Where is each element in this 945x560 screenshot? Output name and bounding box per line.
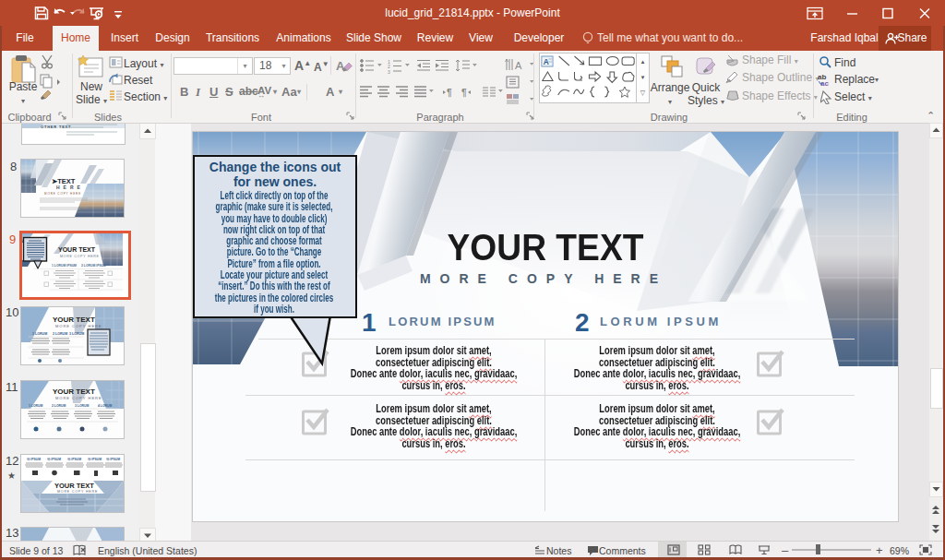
svg-text:A: A [515,60,522,71]
svg-text:1 LORUM: 1 LORUM [32,332,47,336]
svg-text:3: 3 [388,69,390,75]
svg-text:YOUR TEXT: YOUR TEXT [54,482,94,490]
svg-text:YOUR TEXT: YOUR TEXT [53,387,95,396]
svg-text:1 LORUM IPSUM: 1 LORUM IPSUM [52,264,77,268]
svg-text:H E R E: H E R E [56,185,81,190]
svg-text:MORE COPY HERE: MORE COPY HERE [60,255,100,258]
svg-text:⦿ IPSUM: ⦿ IPSUM [106,457,120,461]
svg-text:¶: ¶ [447,88,452,98]
svg-text:OTHER TEXT: OTHER TEXT [41,125,71,129]
svg-text:¶: ¶ [461,88,467,98]
svg-text:MORE COPY HERE: MORE COPY HERE [55,324,102,328]
svg-text:⦿ IPSUM: ⦿ IPSUM [47,457,61,461]
svg-text:⦿ IPSUM: ⦿ IPSUM [67,457,81,461]
svg-text:2 LORUM IPSUM: 2 LORUM IPSUM [81,264,106,268]
svg-text:1 LORUM: 1 LORUM [29,404,42,408]
svg-text:MORE COPY HERE: MORE COPY HERE [57,490,98,494]
svg-text:YOUR TEXT: YOUR TEXT [53,316,95,324]
svg-text:⦿ IPSUM: ⦿ IPSUM [88,457,102,461]
svg-text:MORE COPY HERE: MORE COPY HERE [55,396,102,400]
svg-text:MORE COPY HERE: MORE COPY HERE [44,192,81,196]
svg-text:4 LORUM: 4 LORUM [98,404,112,408]
svg-text:2 LORUM: 2 LORUM [53,332,67,336]
svg-text:2 LORUM: 2 LORUM [52,404,66,408]
svg-text:3 LORUM: 3 LORUM [69,332,84,336]
svg-text:YOUR TEXT: YOUR TEXT [58,246,96,253]
svg-text:⦿ IPSUM: ⦿ IPSUM [27,457,41,461]
svg-text:3 LORUM: 3 LORUM [75,404,89,408]
